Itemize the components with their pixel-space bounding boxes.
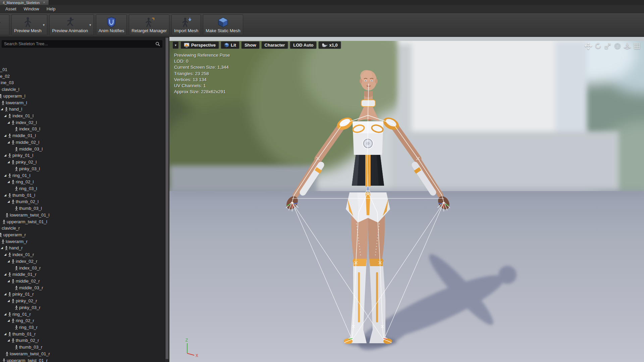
- dropdown-caret-icon[interactable]: ▾: [89, 23, 91, 27]
- tree-item-pinky_01_l[interactable]: ◢pinky_01_l: [0, 152, 165, 159]
- anim-notifies-button[interactable]: Anim Notifies: [96, 14, 127, 35]
- menu-asset[interactable]: Asset: [2, 5, 20, 13]
- tab-close-icon[interactable]: ×: [43, 1, 45, 4]
- tree-item-upperarm_twist_01_r[interactable]: upperarm_twist_01_r: [0, 357, 165, 362]
- tree-expander-icon[interactable]: ◢: [7, 180, 10, 184]
- tree-item-pinky_02_r[interactable]: ◢pinky_02_r: [0, 298, 165, 304]
- tree-item-index_03_r[interactable]: index_03_r: [0, 265, 165, 272]
- tree-item-pinky_02_l[interactable]: ◢pinky_02_l: [0, 159, 165, 166]
- preview-animation-button[interactable]: Preview Animation▾: [49, 14, 94, 35]
- make-static-mesh-button[interactable]: Make Static Mesh: [203, 14, 243, 35]
- lod-auto-button[interactable]: LOD Auto: [290, 41, 317, 49]
- tree-item-_01[interactable]: _01: [0, 66, 165, 73]
- tree-item-middle_03_r[interactable]: middle_03_r: [0, 285, 165, 291]
- bone-icon: [14, 186, 18, 192]
- tree-item-thumb_02_r[interactable]: ◢thumb_02_r: [0, 337, 165, 344]
- grid-snap-toggle[interactable]: [633, 42, 641, 50]
- tree-item-ring_03_l[interactable]: ring_03_l: [0, 185, 165, 192]
- character-button[interactable]: Character: [261, 41, 288, 49]
- tree-item-clavicle_r[interactable]: clavicle_r: [0, 225, 165, 232]
- viewport-3d-scene[interactable]: [169, 41, 644, 362]
- tree-item-index_03_l[interactable]: index_03_l: [0, 126, 165, 132]
- tree-item-thumb_01_l[interactable]: ◢thumb_01_l: [0, 192, 165, 199]
- search-input[interactable]: [4, 42, 153, 46]
- tree-item-thumb_01_r[interactable]: ◢thumb_01_r: [0, 331, 165, 338]
- tree-expander-icon[interactable]: ◢: [4, 312, 6, 316]
- tree-expander-icon[interactable]: ◢: [7, 160, 10, 164]
- tree-item-ring_02_l[interactable]: ◢ring_02_l: [0, 179, 165, 185]
- tree-item-pinky_01_r[interactable]: ◢pinky_01_r: [0, 291, 165, 298]
- tree-item-middle_02_r[interactable]: ◢middle_02_r: [0, 278, 165, 285]
- surface-snap-toggle[interactable]: [623, 42, 631, 50]
- import-mesh-button[interactable]: Import Mesh: [171, 14, 201, 35]
- tree-item-lowerarm_twist_01_r[interactable]: lowerarm_twist_01_r: [0, 351, 165, 357]
- translate-tool[interactable]: [584, 42, 592, 50]
- perspective-button[interactable]: Perspective: [180, 41, 219, 49]
- tree-item-pinky_03_l[interactable]: pinky_03_l: [0, 166, 165, 172]
- tree-item-lowerarm_r[interactable]: lowerarm_r: [0, 238, 165, 245]
- playback-speed-button[interactable]: x1,0: [318, 41, 341, 49]
- tree-expander-icon[interactable]: ◢: [4, 154, 6, 157]
- tree-item-thumb_03_l[interactable]: thumb_03_l: [0, 205, 165, 212]
- tree-item-thumb_03_r[interactable]: thumb_03_r: [0, 344, 165, 351]
- tree-expander-icon[interactable]: ◢: [1, 246, 3, 250]
- tree-item-middle_03_l[interactable]: middle_03_l: [0, 146, 165, 153]
- tree-item-lowerarm_l[interactable]: lowerarm_l: [0, 100, 165, 106]
- tree-scrollbar-thumb[interactable]: [165, 38, 169, 359]
- lit-button[interactable]: Lit: [221, 41, 239, 49]
- tree-expander-icon[interactable]: ◢: [7, 200, 10, 203]
- world-space-toggle[interactable]: [613, 42, 621, 50]
- retarget-manager-button[interactable]: Retarget Manager: [129, 14, 169, 35]
- tree-item-ring_03_r[interactable]: ring_03_r: [0, 324, 165, 331]
- asset-tab[interactable]: 4_Mannequin_Skeleton ×: [0, 0, 49, 5]
- scale-tool[interactable]: [604, 42, 611, 50]
- tree-expander-icon[interactable]: ◢: [7, 319, 10, 322]
- tree-expander-icon[interactable]: ◢: [7, 259, 10, 263]
- tree-item-ring_01_r[interactable]: ◢ring_01_r: [0, 311, 165, 318]
- bone-label: hand_l: [9, 106, 22, 113]
- rotate-tool[interactable]: [594, 42, 602, 50]
- tree-item-index_02_r[interactable]: ◢index_02_r: [0, 258, 165, 265]
- tree-item-hand_l[interactable]: ◢hand_l: [0, 106, 165, 113]
- tree-expander-icon[interactable]: ◢: [4, 273, 6, 276]
- tree-scrollbar[interactable]: [165, 37, 169, 362]
- tree-expander-icon[interactable]: ◢: [7, 279, 10, 283]
- tree-item-pinky_03_r[interactable]: pinky_03_r: [0, 304, 165, 311]
- tree-expander-icon[interactable]: ◢: [1, 107, 3, 111]
- show-button[interactable]: Show: [241, 41, 260, 49]
- viewport-options-button[interactable]: ▾: [172, 41, 179, 49]
- tree-item-e_02[interactable]: e_02: [0, 73, 165, 80]
- tree-item-middle_01_r[interactable]: ◢middle_01_r: [0, 271, 165, 278]
- dropdown-caret-icon[interactable]: ▾: [43, 23, 45, 27]
- tree-item-ine_03[interactable]: ine_03: [0, 79, 165, 86]
- tree-expander-icon[interactable]: ◢: [7, 140, 10, 144]
- tree-item-clavicle_l[interactable]: clavicle_l: [0, 86, 165, 93]
- tree-expander-icon[interactable]: ◢: [4, 332, 6, 336]
- preview-mesh-button[interactable]: Preview Mesh▾: [11, 14, 47, 35]
- tree-item-middle_02_l[interactable]: ◢middle_02_l: [0, 139, 165, 146]
- tree-item-hand_r[interactable]: ◢hand_r: [0, 245, 165, 251]
- tree-item-index_01_r[interactable]: ◢index_01_r: [0, 251, 165, 258]
- tree-item-ring_02_r[interactable]: ◢ring_02_r: [0, 317, 165, 324]
- tree-item-lowerarm_twist_01_l[interactable]: lowerarm_twist_01_l: [0, 212, 165, 219]
- tree-item-middle_01_l[interactable]: ◢middle_01_l: [0, 132, 165, 139]
- tree-expander-icon[interactable]: ◢: [4, 292, 6, 296]
- tree-expander-icon[interactable]: ◢: [4, 114, 6, 118]
- tree-item-thumb_02_l[interactable]: ◢thumb_02_l: [0, 198, 165, 205]
- tree-expander-icon[interactable]: ◢: [7, 339, 10, 342]
- menu-help[interactable]: Help: [43, 5, 59, 13]
- tree-expander-icon[interactable]: ◢: [7, 121, 10, 124]
- tree-item-ring_01_l[interactable]: ◢ring_01_l: [0, 172, 165, 179]
- tree-expander-icon[interactable]: ◢: [4, 134, 6, 137]
- tree-item-upperarm_r[interactable]: upperarm_r: [0, 232, 165, 238]
- pose-button[interactable]: se: [0, 14, 9, 35]
- tree-expander-icon[interactable]: ◢: [7, 299, 10, 303]
- tree-item-upperarm_l[interactable]: upperarm_l: [0, 93, 165, 100]
- tree-item-index_01_l[interactable]: ◢index_01_l: [0, 113, 165, 119]
- menu-window[interactable]: Window: [20, 5, 43, 13]
- tree-expander-icon[interactable]: ◢: [4, 174, 6, 177]
- tree-item-index_02_l[interactable]: ◢index_02_l: [0, 119, 165, 126]
- tree-expander-icon[interactable]: ◢: [4, 193, 6, 197]
- tree-item-upperarm_twist_01_l[interactable]: upperarm_twist_01_l: [0, 219, 165, 225]
- tree-expander-icon[interactable]: ◢: [4, 253, 6, 256]
